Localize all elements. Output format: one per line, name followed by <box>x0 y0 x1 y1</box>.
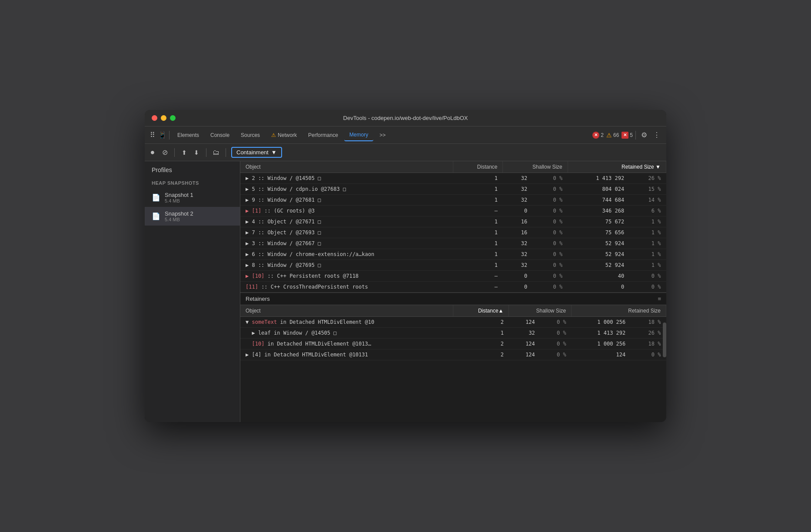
cell-object: ▶ 8 :: Window / @27695 □ <box>240 260 453 271</box>
error-badge[interactable]: ✕ 2 <box>592 132 604 139</box>
cell-object: ▶ [4] in Detached HTMLDivElement @10131 <box>240 349 453 360</box>
close-button[interactable] <box>152 115 157 121</box>
tab-sources[interactable]: Sources <box>236 130 265 141</box>
cell-retained-pct: 26 % <box>631 328 666 339</box>
cell-distance: 1 <box>453 227 503 238</box>
dropdown-arrow-icon: ▼ <box>271 149 277 156</box>
cell-distance: 2 <box>453 349 509 360</box>
tab-memory[interactable]: Memory <box>344 129 373 141</box>
upload-icon[interactable]: ⬆ <box>180 148 189 157</box>
table-row[interactable]: [10] in Detached HTMLDivElement @1013… 2… <box>240 339 666 349</box>
profiles-header: Profiles <box>145 161 240 175</box>
table-row[interactable]: ▶ leaf in Window / @14505 □ 1 32 0 % 1 4… <box>240 328 666 339</box>
col-header-shallow[interactable]: Shallow Size <box>503 161 568 173</box>
table-row[interactable]: ▶ 3 :: Window / @27667 □ 1 32 0 % 52 924… <box>240 238 666 249</box>
cell-retained-size: 744 684 <box>568 195 629 206</box>
table-row[interactable]: ▶ 5 :: Window / cdpn.io @27683 □ 1 32 0 … <box>240 184 666 195</box>
ret-col-header-shallow[interactable]: Shallow Size <box>509 305 572 317</box>
tab-console[interactable]: Console <box>205 130 235 141</box>
ret-col-header-distance[interactable]: Distance▲ <box>453 305 509 317</box>
action-separator-3 <box>226 148 226 157</box>
ret-col-header-retained[interactable]: Retained Size <box>572 305 666 317</box>
devtools-body: Profiles HEAP SNAPSHOTS 📄 Snapshot 1 5.4… <box>145 161 666 422</box>
cell-shallow-size: 32 <box>503 195 532 206</box>
device-icon[interactable]: 📱 <box>158 131 166 140</box>
snapshot-2-item[interactable]: 📄 Snapshot 2 5.4 MB <box>145 207 240 226</box>
cell-retained-pct: 0 % <box>629 282 666 293</box>
table-row[interactable]: [11] :: C++ CrossThreadPersistent roots … <box>240 282 666 293</box>
col-header-object[interactable]: Object <box>240 161 453 173</box>
filter-icon[interactable]: 🗂 <box>212 148 220 157</box>
download-icon[interactable]: ⬇ <box>192 148 201 157</box>
cell-distance: 1 <box>453 260 503 271</box>
col-header-distance[interactable]: Distance <box>453 161 503 173</box>
tab-performance[interactable]: Performance <box>303 130 343 141</box>
cell-retained-size: 75 672 <box>568 216 629 227</box>
maximize-button[interactable] <box>170 115 176 121</box>
cell-shallow-pct: 0 % <box>532 227 568 238</box>
cell-object: ▶ 5 :: Window / cdpn.io @27683 □ <box>240 184 453 195</box>
minimize-button[interactable] <box>161 115 166 121</box>
retainers-scrollbar[interactable] <box>663 323 666 357</box>
cell-distance: 1 <box>453 328 509 339</box>
cell-shallow-pct: 0 % <box>540 328 572 339</box>
more-options-icon[interactable]: ⋮ <box>651 131 663 139</box>
heap-snapshots-label: HEAP SNAPSHOTS <box>145 175 240 188</box>
table-row[interactable]: ▶ [10] :: C++ Persistent roots @7118 – 0… <box>240 271 666 282</box>
table-row[interactable]: ▶ 8 :: Window / @27695 □ 1 32 0 % 52 924… <box>240 260 666 271</box>
cell-shallow-size: 124 <box>509 349 540 360</box>
tab-elements[interactable]: Elements <box>172 130 204 141</box>
cell-retained-size: 40 <box>568 271 629 282</box>
table-row[interactable]: ▶ 2 :: Window / @14505 □ 1 32 0 % 1 413 … <box>240 173 666 184</box>
cell-shallow-pct: 0 % <box>532 260 568 271</box>
cell-shallow-pct: 0 % <box>532 216 568 227</box>
retainers-table-wrapper: Object Distance▲ Shallow Size Retained S… <box>240 305 666 360</box>
retainers-menu-icon[interactable]: ≡ <box>658 296 661 302</box>
cell-retained-pct: 0 % <box>629 271 666 282</box>
cell-object: ▶ [10] :: C++ Persistent roots @7118 <box>240 271 453 282</box>
cell-shallow-size: 0 <box>503 282 532 293</box>
cell-retained-pct: 1 % <box>629 249 666 260</box>
containment-dropdown[interactable]: Containment ▼ <box>231 147 282 158</box>
cell-shallow-pct: 0 % <box>540 349 572 360</box>
col-header-retained[interactable]: Retained Size ▼ <box>568 161 666 173</box>
traffic-lights <box>152 115 176 121</box>
cell-object: [10] in Detached HTMLDivElement @1013… <box>240 339 453 349</box>
cell-distance: 1 <box>453 238 503 249</box>
cell-shallow-size: 0 <box>503 206 532 216</box>
table-row[interactable]: ▶ 9 :: Window / @27681 □ 1 32 0 % 744 68… <box>240 195 666 206</box>
table-row[interactable]: ▶ [4] in Detached HTMLDivElement @10131 … <box>240 349 666 360</box>
cell-object: ▼ someText in Detached HTMLDivElement @1… <box>240 317 453 328</box>
record-icon[interactable]: ● <box>148 148 157 157</box>
tab-network[interactable]: ⚠ Network <box>266 130 302 141</box>
table-row[interactable]: ▶ 6 :: Window / chrome-extension://a…kao… <box>240 249 666 260</box>
settings-icon[interactable]: ⚙ <box>638 131 650 139</box>
retainers-table: Object Distance▲ Shallow Size Retained S… <box>240 305 666 360</box>
info-badge[interactable]: ✕ 5 <box>622 132 633 139</box>
cell-object: ▶ 6 :: Window / chrome-extension://a…kao… <box>240 249 453 260</box>
clear-icon[interactable]: ⊘ <box>160 148 169 157</box>
cell-shallow-pct: 0 % <box>532 184 568 195</box>
cell-retained-size: 75 656 <box>568 227 629 238</box>
cell-retained-size: 52 924 <box>568 260 629 271</box>
titlebar: DevTools - codepen.io/web-dot-dev/live/P… <box>145 110 666 126</box>
cell-shallow-size: 32 <box>503 249 532 260</box>
warning-icon: ⚠ <box>606 132 612 139</box>
tab-more[interactable]: >> <box>374 130 391 141</box>
toolbar-separator-1 <box>169 131 170 140</box>
table-row[interactable]: ▼ someText in Detached HTMLDivElement @1… <box>240 317 666 328</box>
ret-col-header-object[interactable]: Object <box>240 305 453 317</box>
cell-retained-size: 804 024 <box>568 184 629 195</box>
inspect-icon[interactable]: ⠿ <box>148 131 157 140</box>
cell-shallow-size: 0 <box>503 271 532 282</box>
table-row[interactable]: ▶ [1] :: (GC roots) @3 – 0 0 % 346 268 6… <box>240 206 666 216</box>
snapshot-1-item[interactable]: 📄 Snapshot 1 5.4 MB <box>145 188 240 207</box>
cell-shallow-size: 124 <box>509 339 540 349</box>
warning-badge[interactable]: ⚠ 66 <box>606 132 619 139</box>
cell-distance: 2 <box>453 339 509 349</box>
cell-object: ▶ 3 :: Window / @27667 □ <box>240 238 453 249</box>
cell-retained-pct: 15 % <box>629 184 666 195</box>
table-row[interactable]: ▶ 4 :: Object / @27671 □ 1 16 0 % 75 672… <box>240 216 666 227</box>
cell-shallow-pct: 0 % <box>532 173 568 184</box>
table-row[interactable]: ▶ 7 :: Object / @27693 □ 1 16 0 % 75 656… <box>240 227 666 238</box>
